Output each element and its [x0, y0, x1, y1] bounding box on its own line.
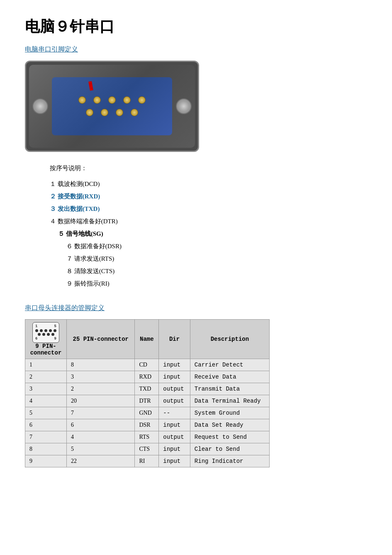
- table-cell-2-3: output: [159, 383, 190, 395]
- table-cell-1-2: RXD: [135, 371, 159, 383]
- table-cell-2-2: TXD: [135, 383, 159, 395]
- table-cell-3-1: 20: [67, 395, 135, 407]
- table-cell-1-4: Receive Data: [190, 371, 269, 383]
- table-cell-5-1: 6: [67, 419, 135, 431]
- pin-8: [116, 109, 123, 116]
- th-name: Name: [135, 320, 159, 359]
- table-row: 74RTSoutputRequest to Send: [25, 431, 270, 443]
- table-cell-3-0: 4: [25, 395, 67, 407]
- table-cell-8-3: input: [159, 455, 190, 467]
- table-cell-0-1: 8: [67, 359, 135, 371]
- table-cell-7-3: input: [159, 443, 190, 455]
- table-cell-7-2: CTS: [135, 443, 159, 455]
- table-row: 18CDinputCarrier Detect: [25, 359, 270, 371]
- table-cell-6-1: 4: [67, 431, 135, 443]
- pin-9: [131, 109, 138, 116]
- pin-7: [101, 109, 108, 116]
- table-cell-5-4: Data Set Ready: [190, 419, 269, 431]
- table-cell-2-0: 3: [25, 383, 67, 395]
- table-cell-4-0: 5: [25, 407, 67, 419]
- table-row: 85CTSinputClear to Send: [25, 443, 270, 455]
- table-cell-8-0: 9: [25, 455, 67, 467]
- connector-diagram: 15 69: [32, 322, 59, 343]
- pin-item-2: ２ 接受数据(RXD): [50, 190, 367, 203]
- pin-5: [138, 96, 146, 104]
- pin-list: 按序号说明： １ 载波检测(DCD) ２ 接受数据(RXD) ３ 发出数据(TX…: [50, 162, 367, 290]
- table-cell-1-0: 2: [25, 371, 67, 383]
- pin-item-7: ７ 请求发送(RTS): [50, 252, 367, 265]
- table-cell-4-4: System Ground: [190, 407, 269, 419]
- bottom-pin-row: [86, 109, 138, 116]
- table-header-row: 15 69: [25, 320, 270, 359]
- pin-4: [123, 96, 131, 104]
- th-dir: Dir: [159, 320, 190, 359]
- page-title: 电脑９针串口: [25, 17, 367, 37]
- pin-2: [93, 96, 101, 104]
- pin-item-6: ６ 数据准备好(DSR): [50, 240, 367, 252]
- th-desc: Description: [190, 320, 269, 359]
- table-cell-0-4: Carrier Detect: [190, 359, 269, 371]
- pin-6: [86, 109, 93, 116]
- pin-note: 按序号说明：: [50, 162, 367, 174]
- diagram-label-top: 15: [35, 324, 56, 328]
- table-cell-3-2: DTR: [135, 395, 159, 407]
- table-row: 57GND--System Ground: [25, 407, 270, 419]
- table-cell-5-0: 6: [25, 419, 67, 431]
- th-25pin: 25 PIN-connector: [67, 320, 135, 359]
- pin-item-1: １ 载波检测(DCD): [50, 178, 367, 190]
- table-row: 420DTRoutputData Terminal Ready: [25, 395, 270, 407]
- table-cell-8-2: RI: [135, 455, 159, 467]
- diagram-bottom-pins: [35, 333, 56, 336]
- pin-item-5: ５ 信号地线(SG): [50, 227, 367, 240]
- screw-left-icon: [32, 98, 48, 114]
- pin-table: 15 69: [25, 319, 270, 467]
- section1-link[interactable]: 电脑串口引脚定义: [25, 45, 367, 54]
- table-cell-1-1: 3: [67, 371, 135, 383]
- pin-1: [78, 96, 86, 104]
- th-diagram: 15 69: [25, 320, 67, 359]
- connector-body: [52, 77, 172, 135]
- table-cell-7-0: 8: [25, 443, 67, 455]
- pin-item-4: ４ 数据终端准备好(DTR): [50, 215, 367, 227]
- pin-3: [108, 96, 116, 104]
- section2-link[interactable]: 串口母头连接器的管脚定义: [25, 304, 367, 313]
- pin-item-3: ３ 发出数据(TXD): [50, 203, 367, 215]
- table-cell-6-0: 7: [25, 431, 67, 443]
- pin-item-8: ８ 清除发送(CTS): [50, 265, 367, 277]
- table-cell-8-1: 22: [67, 455, 135, 467]
- table-cell-1-3: input: [159, 371, 190, 383]
- table-cell-0-3: input: [159, 359, 190, 371]
- table-cell-2-4: Transmit Data: [190, 383, 269, 395]
- pin-item-9: ９ 振铃指示(RI): [50, 277, 367, 290]
- table-cell-4-2: GND: [135, 407, 159, 419]
- table-cell-4-1: 7: [67, 407, 135, 419]
- table-body: 18CDinputCarrier Detect23RXDinputReceive…: [25, 359, 270, 467]
- table-row: 66DSRinputData Set Ready: [25, 419, 270, 431]
- diagram-label-bottom: 69: [35, 337, 56, 341]
- table-cell-3-3: output: [159, 395, 190, 407]
- table-row: 32TXDoutputTransmit Data: [25, 383, 270, 395]
- diagram-top-pins: [35, 329, 56, 332]
- table-row: 922RIinputRing Indicator: [25, 455, 270, 467]
- table-cell-6-4: Request to Send: [190, 431, 269, 443]
- table-cell-6-3: output: [159, 431, 190, 443]
- table-cell-0-0: 1: [25, 359, 67, 371]
- table-cell-5-2: DSR: [135, 419, 159, 431]
- table-cell-7-1: 5: [67, 443, 135, 455]
- table-cell-2-1: 2: [67, 383, 135, 395]
- table-row: 23RXDinputReceive Data: [25, 371, 270, 383]
- screw-right-icon: [176, 98, 192, 114]
- table-cell-8-4: Ring Indicator: [190, 455, 269, 467]
- connector-photo: [25, 61, 199, 152]
- table-cell-5-3: input: [159, 419, 190, 431]
- table-cell-0-2: CD: [135, 359, 159, 371]
- pin1-marker: [88, 81, 93, 90]
- top-pin-row: [78, 96, 146, 104]
- th-9pin-label: 9 PIN-connector: [30, 343, 62, 356]
- table-cell-6-2: RTS: [135, 431, 159, 443]
- table-cell-3-4: Data Terminal Ready: [190, 395, 269, 407]
- table-cell-7-4: Clear to Send: [190, 443, 269, 455]
- table-cell-4-3: --: [159, 407, 190, 419]
